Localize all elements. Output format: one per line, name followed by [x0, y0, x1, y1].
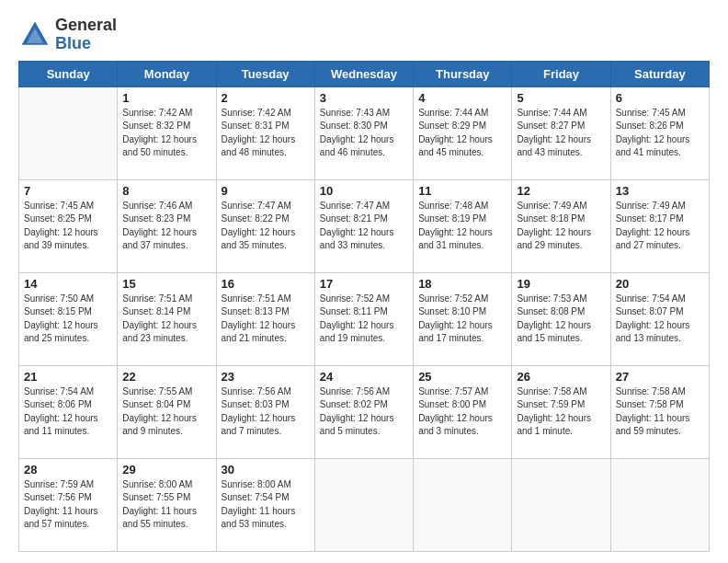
day-info: Sunrise: 7:45 AM Sunset: 8:26 PM Dayligh…: [616, 107, 704, 160]
calendar-cell: [512, 458, 610, 551]
calendar-cell: [314, 458, 413, 551]
calendar-cell: 3Sunrise: 7:43 AM Sunset: 8:30 PM Daylig…: [314, 86, 413, 179]
day-number: 17: [320, 277, 408, 291]
day-number: 29: [122, 463, 210, 477]
day-info: Sunrise: 7:52 AM Sunset: 8:11 PM Dayligh…: [320, 293, 408, 346]
calendar-cell: 9Sunrise: 7:47 AM Sunset: 8:22 PM Daylig…: [216, 179, 314, 272]
weekday-header-friday: Friday: [512, 61, 610, 86]
calendar-cell: 11Sunrise: 7:48 AM Sunset: 8:19 PM Dayli…: [414, 179, 512, 272]
calendar-cell: 10Sunrise: 7:47 AM Sunset: 8:21 PM Dayli…: [314, 179, 413, 272]
day-number: 15: [122, 277, 210, 291]
calendar-cell: 8Sunrise: 7:46 AM Sunset: 8:23 PM Daylig…: [118, 179, 216, 272]
week-row-2: 7Sunrise: 7:45 AM Sunset: 8:25 PM Daylig…: [19, 179, 710, 272]
day-info: Sunrise: 7:47 AM Sunset: 8:21 PM Dayligh…: [320, 200, 408, 253]
day-info: Sunrise: 7:48 AM Sunset: 8:19 PM Dayligh…: [418, 200, 506, 253]
day-number: 12: [517, 184, 605, 198]
logo: General Blue: [18, 17, 117, 53]
day-info: Sunrise: 7:56 AM Sunset: 8:02 PM Dayligh…: [320, 385, 408, 439]
day-info: Sunrise: 7:58 AM Sunset: 7:58 PM Dayligh…: [616, 385, 704, 439]
calendar-cell: [610, 458, 709, 551]
day-number: 5: [517, 91, 605, 105]
weekday-header-row: SundayMondayTuesdayWednesdayThursdayFrid…: [19, 61, 710, 86]
calendar-cell: 7Sunrise: 7:45 AM Sunset: 8:25 PM Daylig…: [19, 179, 118, 272]
calendar-cell: 14Sunrise: 7:50 AM Sunset: 8:15 PM Dayli…: [19, 272, 118, 365]
calendar-cell: 16Sunrise: 7:51 AM Sunset: 8:13 PM Dayli…: [216, 272, 314, 365]
day-number: 28: [24, 463, 112, 477]
day-number: 30: [222, 463, 310, 477]
day-info: Sunrise: 7:44 AM Sunset: 8:29 PM Dayligh…: [418, 107, 506, 160]
day-info: Sunrise: 7:43 AM Sunset: 8:30 PM Dayligh…: [320, 107, 408, 160]
calendar-cell: 22Sunrise: 7:55 AM Sunset: 8:04 PM Dayli…: [118, 365, 216, 458]
day-info: Sunrise: 7:44 AM Sunset: 8:27 PM Dayligh…: [517, 107, 605, 160]
weekday-header-monday: Monday: [118, 61, 216, 86]
calendar-cell: 29Sunrise: 8:00 AM Sunset: 7:55 PM Dayli…: [118, 458, 216, 551]
day-number: 22: [122, 370, 210, 384]
calendar-cell: 13Sunrise: 7:49 AM Sunset: 8:17 PM Dayli…: [610, 179, 709, 272]
day-number: 2: [222, 91, 310, 105]
weekday-header-saturday: Saturday: [610, 61, 709, 86]
day-info: Sunrise: 7:54 AM Sunset: 8:06 PM Dayligh…: [24, 385, 112, 439]
calendar-cell: 5Sunrise: 7:44 AM Sunset: 8:27 PM Daylig…: [512, 86, 610, 179]
header: General Blue: [18, 17, 710, 53]
weekday-header-sunday: Sunday: [19, 61, 118, 86]
day-info: Sunrise: 7:42 AM Sunset: 8:32 PM Dayligh…: [122, 107, 210, 160]
calendar-cell: 1Sunrise: 7:42 AM Sunset: 8:32 PM Daylig…: [118, 86, 216, 179]
day-number: 1: [122, 91, 210, 105]
day-number: 21: [24, 370, 112, 384]
day-number: 9: [222, 184, 310, 198]
day-number: 3: [320, 91, 408, 105]
week-row-5: 28Sunrise: 7:59 AM Sunset: 7:56 PM Dayli…: [19, 458, 710, 551]
day-info: Sunrise: 7:59 AM Sunset: 7:56 PM Dayligh…: [24, 478, 112, 532]
day-number: 18: [418, 277, 506, 291]
calendar-cell: 18Sunrise: 7:52 AM Sunset: 8:10 PM Dayli…: [414, 272, 512, 365]
calendar-cell: 4Sunrise: 7:44 AM Sunset: 8:29 PM Daylig…: [414, 86, 512, 179]
calendar-cell: 28Sunrise: 7:59 AM Sunset: 7:56 PM Dayli…: [19, 458, 118, 551]
calendar-cell: 25Sunrise: 7:57 AM Sunset: 8:00 PM Dayli…: [414, 365, 512, 458]
calendar-cell: 24Sunrise: 7:56 AM Sunset: 8:02 PM Dayli…: [314, 365, 413, 458]
day-info: Sunrise: 7:55 AM Sunset: 8:04 PM Dayligh…: [122, 385, 210, 439]
calendar-cell: 19Sunrise: 7:53 AM Sunset: 8:08 PM Dayli…: [512, 272, 610, 365]
week-row-4: 21Sunrise: 7:54 AM Sunset: 8:06 PM Dayli…: [19, 365, 710, 458]
calendar-cell: 17Sunrise: 7:52 AM Sunset: 8:11 PM Dayli…: [314, 272, 413, 365]
day-info: Sunrise: 7:50 AM Sunset: 8:15 PM Dayligh…: [24, 293, 112, 346]
day-info: Sunrise: 7:51 AM Sunset: 8:13 PM Dayligh…: [222, 293, 310, 346]
calendar-cell: 20Sunrise: 7:54 AM Sunset: 8:07 PM Dayli…: [610, 272, 709, 365]
week-row-1: 1Sunrise: 7:42 AM Sunset: 8:32 PM Daylig…: [19, 86, 710, 179]
day-number: 26: [517, 370, 605, 384]
day-info: Sunrise: 7:49 AM Sunset: 8:18 PM Dayligh…: [517, 200, 605, 253]
calendar-cell: 23Sunrise: 7:56 AM Sunset: 8:03 PM Dayli…: [216, 365, 314, 458]
day-number: 19: [517, 277, 605, 291]
day-number: 20: [616, 277, 704, 291]
day-info: Sunrise: 7:52 AM Sunset: 8:10 PM Dayligh…: [418, 293, 506, 346]
day-number: 10: [320, 184, 408, 198]
calendar-cell: 21Sunrise: 7:54 AM Sunset: 8:06 PM Dayli…: [19, 365, 118, 458]
calendar-cell: 27Sunrise: 7:58 AM Sunset: 7:58 PM Dayli…: [610, 365, 709, 458]
calendar-cell: 30Sunrise: 8:00 AM Sunset: 7:54 PM Dayli…: [216, 458, 314, 551]
day-number: 4: [418, 91, 506, 105]
logo-text: General Blue: [55, 17, 117, 53]
day-number: 23: [222, 370, 310, 384]
calendar-cell: [414, 458, 512, 551]
calendar-cell: 12Sunrise: 7:49 AM Sunset: 8:18 PM Dayli…: [512, 179, 610, 272]
calendar-cell: 6Sunrise: 7:45 AM Sunset: 8:26 PM Daylig…: [610, 86, 709, 179]
day-info: Sunrise: 7:58 AM Sunset: 7:59 PM Dayligh…: [517, 385, 605, 439]
day-info: Sunrise: 7:45 AM Sunset: 8:25 PM Dayligh…: [24, 200, 112, 253]
day-info: Sunrise: 7:54 AM Sunset: 8:07 PM Dayligh…: [616, 293, 704, 346]
day-info: Sunrise: 7:51 AM Sunset: 8:14 PM Dayligh…: [122, 293, 210, 346]
calendar-cell: 26Sunrise: 7:58 AM Sunset: 7:59 PM Dayli…: [512, 365, 610, 458]
day-number: 11: [418, 184, 506, 198]
logo-icon: [18, 18, 51, 52]
day-info: Sunrise: 7:42 AM Sunset: 8:31 PM Dayligh…: [222, 107, 310, 160]
weekday-header-tuesday: Tuesday: [216, 61, 314, 86]
day-info: Sunrise: 8:00 AM Sunset: 7:55 PM Dayligh…: [122, 478, 210, 532]
calendar-cell: 15Sunrise: 7:51 AM Sunset: 8:14 PM Dayli…: [118, 272, 216, 365]
day-info: Sunrise: 7:46 AM Sunset: 8:23 PM Dayligh…: [122, 200, 210, 253]
day-number: 8: [122, 184, 210, 198]
day-info: Sunrise: 8:00 AM Sunset: 7:54 PM Dayligh…: [222, 478, 310, 532]
day-number: 13: [616, 184, 704, 198]
weekday-header-thursday: Thursday: [414, 61, 512, 86]
day-info: Sunrise: 7:47 AM Sunset: 8:22 PM Dayligh…: [222, 200, 310, 253]
calendar-table: SundayMondayTuesdayWednesdayThursdayFrid…: [18, 61, 710, 552]
weekday-header-wednesday: Wednesday: [314, 61, 413, 86]
day-number: 6: [616, 91, 704, 105]
